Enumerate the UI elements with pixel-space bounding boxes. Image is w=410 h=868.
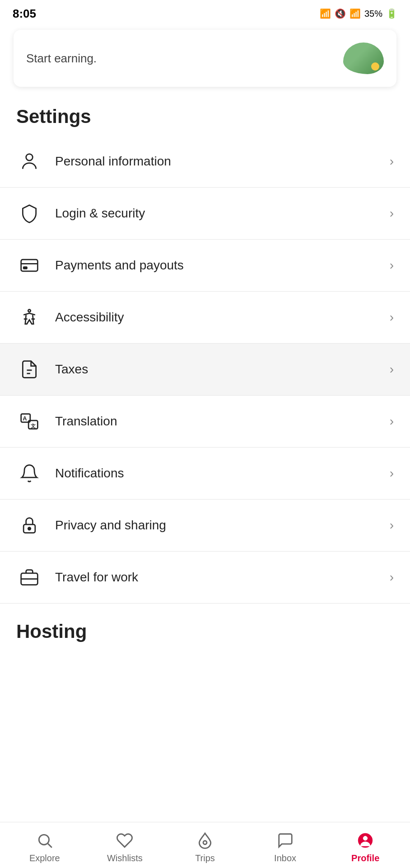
nav-inbox-label: Inbox [274, 853, 296, 863]
menu-label-notifications: Notifications [55, 466, 390, 481]
menu-item-payments-payouts[interactable]: Payments and payouts › [0, 240, 410, 292]
menu-label-personal-information: Personal information [55, 154, 390, 169]
menu-item-notifications[interactable]: Notifications › [0, 448, 410, 500]
promo-card[interactable]: Start earning. [14, 30, 396, 87]
nav-wishlists-label: Wishlists [107, 853, 143, 863]
svg-point-17 [203, 841, 207, 844]
settings-title: Settings [0, 93, 410, 136]
chevron-right-icon: › [390, 362, 394, 377]
briefcase-icon [16, 564, 42, 590]
airbnb-icon [195, 830, 215, 850]
nav-explore[interactable]: Explore [18, 830, 72, 863]
accessibility-icon [16, 304, 42, 330]
settings-menu-list: Personal information › Login & security … [0, 136, 410, 604]
person-circle-icon [355, 830, 375, 850]
battery-icon: 🔋 [386, 8, 397, 19]
wifi-icon: 📶 [349, 8, 361, 19]
bottom-nav: Explore Wishlists Trips Inbox [0, 822, 410, 868]
menu-label-travel-work: Travel for work [55, 570, 390, 585]
status-time: 8:05 [13, 7, 36, 21]
card-icon [16, 252, 42, 278]
menu-label-translation: Translation [55, 414, 390, 429]
promo-image [343, 42, 384, 74]
svg-line-16 [48, 844, 52, 848]
menu-label-payments-payouts: Payments and payouts [55, 258, 390, 273]
nav-inbox[interactable]: Inbox [258, 830, 312, 863]
svg-point-4 [28, 310, 31, 312]
svg-point-15 [39, 835, 49, 844]
menu-label-taxes: Taxes [55, 362, 390, 377]
person-icon [16, 148, 42, 175]
bluetooth-icon: 📶 [320, 8, 331, 19]
message-icon [275, 830, 295, 850]
battery-text: 35% [364, 9, 382, 19]
svg-point-19 [363, 836, 368, 841]
menu-item-taxes[interactable]: Taxes › [0, 344, 410, 396]
menu-item-personal-information[interactable]: Personal information › [0, 136, 410, 188]
hosting-section: Hosting [0, 604, 410, 651]
nav-wishlists[interactable]: Wishlists [98, 830, 152, 863]
nav-trips[interactable]: Trips [178, 830, 232, 863]
menu-label-accessibility: Accessibility [55, 310, 390, 325]
promo-text: Start earning. [26, 52, 97, 66]
menu-label-privacy-sharing: Privacy and sharing [55, 518, 390, 533]
settings-section: Settings Personal information › Login & … [0, 93, 410, 604]
svg-rect-3 [23, 267, 27, 269]
search-icon [35, 830, 55, 850]
menu-item-accessibility[interactable]: Accessibility › [0, 292, 410, 344]
nav-profile[interactable]: Profile [338, 830, 392, 863]
chevron-right-icon: › [390, 518, 394, 533]
mute-icon: 🔇 [335, 8, 346, 19]
chevron-right-icon: › [390, 466, 394, 481]
nav-explore-label: Explore [29, 853, 60, 863]
chevron-right-icon: › [390, 310, 394, 325]
chevron-right-icon: › [390, 570, 394, 585]
menu-item-translation[interactable]: A 文 Translation › [0, 396, 410, 448]
chevron-right-icon: › [390, 154, 394, 169]
menu-label-login-security: Login & security [55, 206, 390, 221]
nav-profile-label: Profile [351, 853, 379, 863]
status-bar: 8:05 📶 🔇 📶 35% 🔋 [0, 0, 410, 25]
chevron-right-icon: › [390, 258, 394, 273]
menu-item-travel-work[interactable]: Travel for work › [0, 552, 410, 604]
chevron-right-icon: › [390, 414, 394, 429]
svg-point-12 [28, 528, 31, 530]
hosting-title: Hosting [0, 608, 410, 651]
svg-text:A: A [23, 415, 27, 422]
menu-item-privacy-sharing[interactable]: Privacy and sharing › [0, 500, 410, 552]
svg-point-0 [26, 154, 33, 161]
lock-icon [16, 512, 42, 538]
heart-icon [115, 830, 135, 850]
document-icon [16, 356, 42, 382]
translation-icon: A 文 [16, 408, 42, 434]
bell-icon [16, 460, 42, 486]
svg-rect-1 [21, 259, 38, 271]
shield-icon [16, 200, 42, 226]
status-icons: 📶 🔇 📶 35% 🔋 [320, 8, 397, 19]
menu-item-login-security[interactable]: Login & security › [0, 188, 410, 240]
chevron-right-icon: › [390, 206, 394, 221]
svg-text:文: 文 [31, 423, 36, 429]
nav-trips-label: Trips [195, 853, 215, 863]
